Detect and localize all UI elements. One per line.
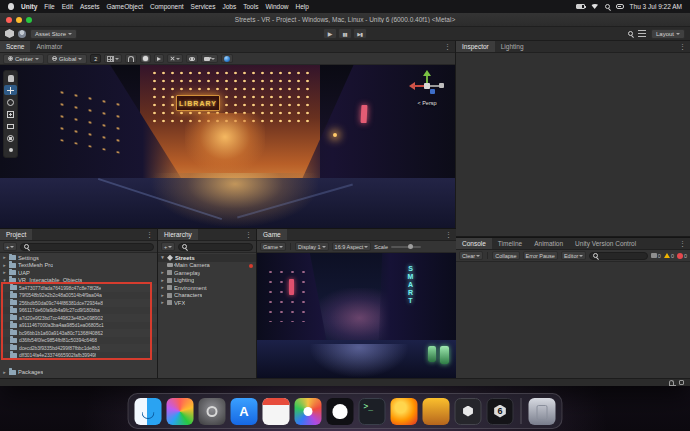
scene-viewport[interactable]: LIBRARY	[0, 65, 455, 228]
tab-hierarchy[interactable]: Hierarchy	[158, 229, 198, 240]
disclosure-arrow-icon[interactable]: ▸	[160, 300, 165, 305]
console-search-input[interactable]	[600, 253, 644, 259]
disclosure-arrow-icon[interactable]: ▸	[160, 285, 165, 290]
menu-item[interactable]: File	[44, 3, 54, 10]
editor-dropdown[interactable]: Editor	[561, 251, 586, 260]
tab-game[interactable]: Game	[257, 229, 287, 240]
disclosure-arrow-icon[interactable]: ▾	[2, 278, 7, 283]
menu-item[interactable]: Services	[191, 3, 216, 10]
dock-homebrew-icon[interactable]	[423, 398, 450, 425]
snap-toggle[interactable]	[125, 54, 137, 63]
dock-calendar-icon[interactable]	[263, 398, 290, 425]
panel-menu-icon[interactable]: ⋮	[443, 43, 452, 50]
background-tasks-icon[interactable]	[679, 380, 684, 385]
tool-handle-pivot-dropdown[interactable]: Center	[3, 54, 44, 64]
aspect-ratio-dropdown[interactable]: 16:9 Aspect	[332, 242, 372, 251]
disclosure-arrow-icon[interactable]: ▸	[2, 370, 7, 375]
folder-row[interactable]: a7d20e9f23bd7cc449823e482e098902	[0, 314, 157, 322]
project-search[interactable]	[20, 243, 154, 251]
play-button[interactable]: ▶	[323, 28, 337, 39]
disclosure-arrow-icon[interactable]: ▸	[2, 270, 7, 275]
rotate-tool[interactable]	[4, 97, 17, 107]
folder-row[interactable]: a9111467000a3ba4aa985d1ea06805c1	[0, 322, 157, 330]
folder-row[interactable]: 5a473077dfada7641998c47c8e78f28e	[0, 284, 157, 292]
menu-app-name[interactable]: Unity	[21, 3, 37, 10]
collapse-toggle[interactable]: Collapse	[492, 251, 519, 260]
dock-firefox-icon[interactable]	[391, 398, 418, 425]
game-scale-slider[interactable]	[391, 246, 421, 248]
scene-visibility-toggle[interactable]	[186, 54, 198, 63]
view-tool[interactable]	[4, 73, 17, 83]
control-center-icon[interactable]	[616, 4, 624, 9]
console-search[interactable]	[589, 252, 648, 260]
dock-terminal-icon[interactable]	[359, 398, 386, 425]
scene-lighting-toggle[interactable]	[140, 54, 151, 63]
gizmos-toggle[interactable]	[221, 54, 233, 63]
wifi-icon[interactable]	[591, 4, 599, 9]
folder-row[interactable]: ▸ UAP	[0, 269, 157, 277]
gameobject-row[interactable]: ▸ Characters	[158, 292, 256, 300]
notifications-bell-icon[interactable]	[669, 380, 674, 385]
disclosure-arrow-icon[interactable]: ▸	[160, 270, 165, 275]
minimize-window-button[interactable]	[16, 17, 22, 23]
folder-row[interactable]: ▸ TextMesh Pro	[0, 262, 157, 270]
menu-item[interactable]: Component	[150, 3, 184, 10]
tool-handle-rotation-dropdown[interactable]: Global	[47, 54, 87, 64]
grid-visibility-dropdown[interactable]	[104, 54, 122, 63]
search-icon[interactable]	[628, 31, 633, 36]
tab-lighting[interactable]: Lighting	[495, 41, 530, 52]
folder-row[interactable]: 79f0548b92e2b2c48a00514b4f9aa04a	[0, 292, 157, 300]
gizmo-z-axis-icon[interactable]	[430, 89, 435, 94]
panel-menu-icon[interactable]: ⋮	[145, 231, 154, 238]
info-count[interactable]: 0	[651, 253, 661, 259]
dock-unity-editor-icon[interactable]	[487, 398, 514, 425]
folder-row[interactable]: ▾ VR_Interactable_Objects	[0, 277, 157, 285]
dock-github-icon[interactable]	[327, 398, 354, 425]
transform-tool[interactable]	[4, 133, 17, 143]
gameobject-row[interactable]: ▸ Gameplay	[158, 269, 256, 277]
panel-menu-icon[interactable]: ⋮	[678, 43, 687, 50]
window-title-bar[interactable]: Streets - VR - Project - Windows, Mac, L…	[0, 13, 690, 27]
folder-row[interactable]: dff3014fa4e23374665902fafb39949f	[0, 352, 157, 360]
dock-trash-icon[interactable]	[529, 398, 556, 425]
warning-count[interactable]: 0	[664, 253, 674, 259]
packages-row[interactable]: ▸ Packages	[0, 369, 157, 377]
console-log-area[interactable]	[456, 262, 690, 378]
menu-item[interactable]: Tools	[243, 3, 258, 10]
gameobject-row[interactable]: ▸ Lighting	[158, 277, 256, 285]
error-pause-toggle[interactable]: Error Pause	[523, 251, 558, 260]
spotlight-search-icon[interactable]	[605, 4, 610, 9]
layout-dropdown[interactable]: Layout	[651, 29, 685, 39]
menu-clock[interactable]: Thu 3 Jul 9:22 AM	[630, 3, 682, 10]
panel-menu-icon[interactable]: ⋮	[244, 231, 253, 238]
tab-scene[interactable]: Scene	[0, 41, 30, 52]
gizmo-center-cube[interactable]	[424, 83, 430, 89]
scene-audio-toggle[interactable]	[154, 54, 164, 63]
clear-button[interactable]: Clear	[459, 251, 483, 260]
scene-root-row[interactable]: ▾ Streets	[158, 254, 256, 262]
pause-button[interactable]: ▮▮	[338, 28, 352, 39]
tab-animation[interactable]: Animation	[528, 238, 569, 249]
account-avatar[interactable]	[18, 30, 26, 38]
rect-tool[interactable]	[4, 121, 17, 131]
menu-item[interactable]: Jobs	[223, 3, 237, 10]
gameobject-row[interactable]: ▸ Environment	[158, 284, 256, 292]
zoom-window-button[interactable]	[26, 17, 32, 23]
gameobject-row[interactable]: ▸ VFX	[158, 299, 256, 307]
dock-finder-icon[interactable]	[135, 398, 162, 425]
scene-orientation-gizmo[interactable]: < Persp	[409, 68, 445, 110]
dock-photos-icon[interactable]	[295, 398, 322, 425]
custom-tool[interactable]	[4, 145, 17, 155]
dock-system-settings-icon[interactable]	[199, 398, 226, 425]
game-viewport[interactable]: SMART	[257, 253, 456, 378]
gizmo-free-axis-icon[interactable]	[439, 83, 444, 88]
battery-icon[interactable]	[576, 4, 585, 9]
create-asset-button[interactable]: +	[3, 242, 17, 251]
menu-item[interactable]: GameObject	[106, 3, 143, 10]
scale-tool[interactable]	[4, 109, 17, 119]
disclosure-arrow-icon[interactable]: ▸	[160, 278, 165, 283]
hierarchy-search[interactable]	[178, 243, 253, 251]
menu-item[interactable]: Assets	[80, 3, 100, 10]
asset-store-button[interactable]: Asset Store	[30, 29, 77, 39]
tab-unity-version-control[interactable]: Unity Version Control	[569, 238, 642, 249]
